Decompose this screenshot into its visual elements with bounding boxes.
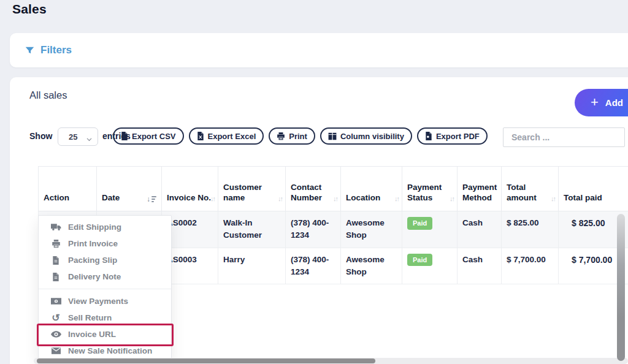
menu-item-packing-slip[interactable]: Packing Slip bbox=[39, 252, 171, 268]
export-toolbar: Export CSV Export Excel Print Column vis… bbox=[113, 127, 488, 145]
col-date[interactable]: Date ↓ bbox=[97, 167, 162, 211]
col-action: Action bbox=[39, 167, 97, 211]
cell-location: Awesome Shop bbox=[341, 211, 402, 248]
card-title: All sales bbox=[29, 89, 67, 101]
cell-payment-method: Cash bbox=[458, 248, 502, 284]
status-badge: Paid bbox=[407, 217, 432, 230]
filters-card: Filters bbox=[10, 33, 628, 67]
page-title: Sales bbox=[12, 2, 47, 17]
cell-payment-method: Cash bbox=[458, 211, 502, 248]
sort-icon: ↓↑ bbox=[210, 194, 215, 203]
horizontal-scrollbar[interactable] bbox=[34, 358, 628, 364]
sort-icon: ↓↑ bbox=[278, 194, 282, 203]
horizontal-scrollbar-thumb[interactable] bbox=[37, 358, 375, 363]
cell-payment-status: Paid bbox=[402, 211, 458, 248]
menu-item-invoice-url[interactable]: Invoice URL bbox=[39, 326, 171, 343]
show-label: Show bbox=[29, 131, 52, 141]
status-badge: Paid bbox=[407, 254, 432, 267]
col-invoice-no[interactable]: Invoice No. ↓↑ bbox=[162, 167, 218, 211]
row-action-dropdown: Edit Shipping Print Invoice Packing Slip… bbox=[38, 215, 172, 360]
col-location[interactable]: Location ↓↑ bbox=[341, 167, 402, 211]
columns-icon bbox=[328, 132, 337, 140]
sort-icon: ↓↑ bbox=[394, 194, 399, 203]
menu-item-view-payments[interactable]: View Payments bbox=[39, 293, 171, 309]
eye-icon bbox=[50, 331, 62, 338]
file-excel-icon bbox=[197, 132, 204, 140]
cell-customer: Harry bbox=[218, 248, 286, 284]
col-total-amount[interactable]: Total amount ↓↑ bbox=[502, 167, 559, 211]
col-payment-method[interactable]: Payment Method bbox=[458, 167, 502, 211]
menu-item-delivery-note[interactable]: Delivery Note bbox=[39, 268, 171, 285]
col-payment-status[interactable]: Payment Status ↓↑ bbox=[402, 167, 458, 211]
menu-item-new-sale-notification[interactable]: New Sale Notification bbox=[39, 343, 171, 359]
menu-item-edit-shipping[interactable]: Edit Shipping bbox=[39, 219, 171, 235]
search-input[interactable] bbox=[503, 127, 625, 147]
export-excel-button[interactable]: Export Excel bbox=[189, 127, 264, 145]
column-visibility-button[interactable]: Column visibility bbox=[320, 127, 412, 145]
export-pdf-button[interactable]: Export PDF bbox=[417, 127, 488, 145]
sort-icon: ↓↑ bbox=[333, 194, 337, 203]
cell-contact: (378) 400-1234 bbox=[286, 211, 341, 248]
export-csv-button[interactable]: Export CSV bbox=[113, 127, 184, 145]
page-length-value: 25 bbox=[69, 132, 77, 142]
file-icon bbox=[50, 256, 62, 265]
col-customer-name[interactable]: Customer name ↓↑ bbox=[218, 167, 286, 211]
col-total-paid[interactable]: Total paid ↓ bbox=[559, 167, 628, 211]
cell-total-amount: $ 825.00 bbox=[502, 211, 559, 248]
filters-toggle[interactable]: Filters bbox=[25, 44, 72, 56]
envelope-icon bbox=[50, 347, 62, 354]
col-contact-number[interactable]: Contact Number ↓↑ bbox=[286, 167, 341, 211]
cell-contact: (378) 400-1234 bbox=[286, 248, 341, 284]
file-csv-icon bbox=[121, 132, 128, 140]
cell-total-amount: $ 7,700.00 bbox=[502, 248, 559, 284]
cell-customer: Walk-In Customer bbox=[218, 211, 286, 248]
print-button[interactable]: Print bbox=[269, 127, 315, 145]
file-pdf-icon bbox=[425, 132, 432, 140]
cell-payment-status: Paid bbox=[402, 248, 458, 284]
all-sales-card: All sales + Add Show 25 entries Export C… bbox=[10, 77, 628, 364]
page-length-select[interactable]: 25 bbox=[58, 127, 98, 146]
printer-icon bbox=[277, 132, 285, 140]
add-button-label: Add bbox=[605, 97, 623, 108]
chevron-down-icon bbox=[86, 134, 93, 145]
printer-icon bbox=[50, 240, 62, 248]
sort-icon: ↓↑ bbox=[551, 194, 555, 203]
menu-item-sell-return[interactable]: ↺ Sell Return bbox=[39, 309, 171, 326]
file-icon bbox=[50, 273, 62, 281]
cell-location: Awesome Shop bbox=[341, 248, 402, 284]
filter-icon bbox=[25, 45, 35, 56]
sales-page: Sales Filters All sales + Add Show 25 en… bbox=[0, 0, 628, 364]
add-sale-button[interactable]: + Add bbox=[575, 89, 628, 116]
sort-icon: ↓↑ bbox=[450, 194, 454, 203]
sort-desc-icon: ↓ bbox=[147, 195, 156, 203]
money-bill-icon bbox=[50, 298, 62, 305]
menu-divider bbox=[39, 289, 171, 289]
plus-icon: + bbox=[591, 96, 599, 109]
table-header-row: Action Date ↓ Invoice No. ↓↑ Customer na… bbox=[39, 167, 628, 211]
vertical-scrollbar-thumb[interactable] bbox=[617, 214, 625, 361]
menu-item-print-invoice[interactable]: Print Invoice bbox=[39, 235, 171, 252]
truck-icon bbox=[50, 223, 62, 231]
filters-label: Filters bbox=[40, 44, 72, 56]
undo-icon: ↺ bbox=[50, 313, 62, 323]
